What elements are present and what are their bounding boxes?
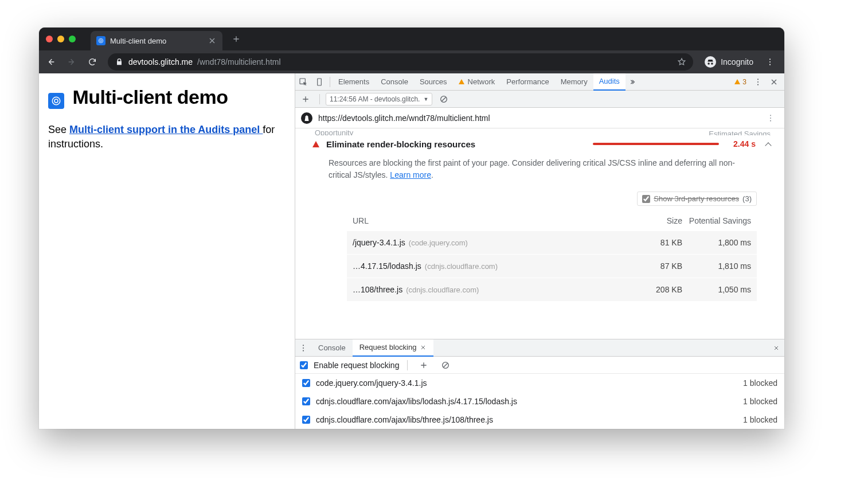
svg-point-18 [303,350,304,351]
page-text-pre: See [48,124,69,135]
svg-point-1 [100,40,101,41]
audit-desc-tail: . [431,170,433,179]
pattern-checkbox[interactable] [302,416,310,424]
svg-point-11 [757,84,759,85]
new-tab-button[interactable] [228,31,244,47]
nav-forward-button[interactable] [63,53,80,71]
drawer-tab-label: Request blocking [359,343,417,351]
svg-point-10 [757,81,759,82]
close-icon[interactable] [420,344,427,351]
audit-description: Resources are blocking the first paint o… [312,149,754,187]
clear-audits-icon[interactable] [436,91,452,107]
audit-menu-icon[interactable] [763,110,779,126]
window-minimize-icon[interactable] [57,36,64,42]
row-savings: 1,800 ms [682,238,751,247]
nav-back-button[interactable] [42,53,60,71]
svg-point-2 [769,58,771,60]
list-item[interactable]: cdnjs.cloudflare.com/ajax/libs/lodash.js… [295,392,784,411]
device-toolbar-icon[interactable] [311,74,327,90]
audit-body: Opportunity Estimated Savings Eliminate … [295,128,784,339]
svg-point-6 [54,99,58,103]
audit-run-select[interactable]: 11:24:56 AM - devtools.glitch. ▼ [326,93,432,106]
drawer-tab-request-blocking[interactable]: Request blocking [353,339,434,357]
table-row[interactable]: …108/three.js(cdnjs.cloudflare.com) 208 … [347,278,757,301]
pattern-checkbox[interactable] [302,379,310,387]
window-zoom-icon[interactable] [69,36,76,42]
row-path: …108/three.js [353,285,402,294]
enable-request-blocking-checkbox[interactable] [300,361,308,369]
page-intro: See Multi-client support in the Audits p… [48,123,286,151]
tab-sources[interactable]: Sources [414,73,453,91]
row-path: /jquery-3.4.1.js [353,238,405,247]
row-savings: 1,810 ms [682,261,751,271]
omnibox[interactable]: devtools.glitch.me/wndt78/multiclient.ht… [108,53,693,71]
svg-point-14 [770,117,771,118]
audit-table: URL Size Potential Savings /jquery-3.4.1… [347,212,757,301]
separator [330,77,330,87]
lighthouse-icon [301,112,312,124]
tab-memory[interactable]: Memory [555,73,593,91]
drawer-menu-icon[interactable] [295,340,311,356]
third-party-count: (3) [742,194,752,203]
table-header: URL Size Potential Savings [347,212,757,230]
drawer-tab-console[interactable]: Console [311,339,353,357]
blocked-patterns-list: code.jquery.com/jquery-3.4.1.js 1 blocke… [295,374,784,429]
tab-elements[interactable]: Elements [333,73,375,91]
nav-reload-button[interactable] [84,53,101,71]
tab-performance[interactable]: Performance [501,73,554,91]
browser-menu-button[interactable] [761,53,779,71]
add-audit-button[interactable] [298,91,314,107]
inspect-element-icon[interactable] [295,74,311,90]
col-size: Size [631,216,682,225]
page-heading: Multi-client demo [72,86,228,108]
incognito-label: Incognito [721,57,753,67]
svg-point-9 [757,79,759,80]
request-blocking-toolbar: Enable request blocking [295,357,784,374]
drawer-close-icon[interactable] [768,340,784,356]
devtools-close-icon[interactable] [766,74,782,90]
svg-point-15 [770,120,771,121]
third-party-toggle[interactable]: Show 3rd-party resources (3) [637,192,757,206]
devtools-drawer: Console Request blocking Enable request … [295,339,784,429]
warnings-counter[interactable]: 3 [731,78,750,86]
browser-tab[interactable]: Multi-client demo [91,31,222,50]
audit-run-select-label: 11:24:56 AM - devtools.glitch. [330,95,420,103]
pattern-text: code.jquery.com/jquery-3.4.1.js [316,378,427,388]
audit-savings-time: 2.44 s [726,139,756,149]
devtools-tabbar: Elements Console Sources Network Perform… [295,73,784,91]
pattern-checkbox[interactable] [302,397,310,405]
estimated-savings-label: Estimated Savings [709,130,771,132]
tab-console[interactable]: Console [375,73,414,91]
chevron-up-icon[interactable] [763,139,771,149]
lock-icon [115,57,124,67]
opportunity-header: Opportunity Estimated Savings [295,128,784,135]
row-domain: (cdnjs.cloudflare.com) [425,262,498,271]
page-link[interactable]: Multi-client support in the Audits panel [69,124,263,135]
learn-more-link[interactable]: Learn more [390,170,431,179]
tab-network[interactable]: Network [453,73,501,91]
bookmark-star-icon[interactable] [677,57,686,67]
tabs-overflow-icon[interactable] [626,74,642,90]
audit-eliminate-render-blocking: Eliminate render-blocking resources 2.44… [295,135,784,304]
add-pattern-icon[interactable] [416,357,432,373]
list-item[interactable]: cdnjs.cloudflare.com/ajax/libs/three.js/… [295,411,784,429]
list-item[interactable]: code.jquery.com/jquery-3.4.1.js 1 blocke… [295,374,784,392]
third-party-checkbox[interactable] [642,195,650,203]
clear-patterns-icon[interactable] [437,357,454,373]
table-row[interactable]: /jquery-3.4.1.js(code.jquery.com) 81 KB … [347,230,757,254]
audit-header[interactable]: Eliminate render-blocking resources 2.44… [312,139,771,149]
enable-request-blocking-label: Enable request blocking [314,361,399,370]
window-close-icon[interactable] [46,36,53,42]
audited-url: https://devtools.glitch.me/wndt78/multic… [318,114,490,123]
table-row[interactable]: …4.17.15/lodash.js(cdnjs.cloudflare.com)… [347,254,757,278]
warnings-count-label: 3 [742,78,746,86]
devtools-settings-icon[interactable] [750,74,766,90]
row-size: 87 KB [631,261,682,271]
tab-close-icon[interactable] [208,36,217,45]
svg-rect-8 [318,79,322,85]
row-size: 81 KB [631,238,682,247]
tab-audits[interactable]: Audits [593,73,626,91]
audits-toolbar: 11:24:56 AM - devtools.glitch. ▼ [295,91,784,108]
content-area: Multi-client demo See Multi-client suppo… [39,73,784,429]
incognito-indicator[interactable]: Incognito [700,56,758,68]
